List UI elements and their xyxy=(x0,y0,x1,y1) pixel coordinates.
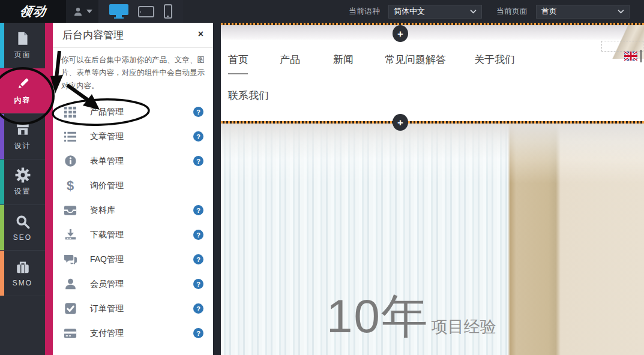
nav-link-home[interactable]: 首页 xyxy=(228,53,248,67)
chat-icon xyxy=(64,254,77,266)
help-icon[interactable]: ? xyxy=(193,230,203,240)
help-icon[interactable]: ? xyxy=(193,328,203,338)
banner-headline: 10年 xyxy=(327,293,429,339)
chevron-down-icon xyxy=(618,10,624,14)
phone-preview-button[interactable] xyxy=(164,4,172,19)
banner-subline: 项目经验 xyxy=(432,316,496,338)
help-icon[interactable]: ? xyxy=(193,131,203,142)
help-icon[interactable]: ? xyxy=(193,156,203,166)
chevron-down-icon xyxy=(86,10,92,13)
edge-accent xyxy=(0,251,4,296)
language-select[interactable]: 简体中文 xyxy=(388,5,482,19)
topbar: 领动 当前语种 简体中文 当前页面 xyxy=(0,0,644,23)
dollar-icon: $ xyxy=(62,179,78,193)
language-separator xyxy=(640,50,642,62)
store-icon xyxy=(15,122,31,137)
edge-accent xyxy=(0,160,4,204)
panel-preview-divider xyxy=(213,23,221,355)
member-icon xyxy=(64,278,77,290)
help-icon[interactable]: ? xyxy=(193,303,203,314)
page-label: 当前页面 xyxy=(496,6,528,17)
sidebar-item-pages[interactable]: 页面 xyxy=(0,23,45,68)
chevron-down-icon xyxy=(470,10,477,14)
nav-link-products[interactable]: 产品 xyxy=(280,53,300,67)
briefcase-icon xyxy=(15,260,31,275)
nav-link-news[interactable]: 新闻 xyxy=(333,53,354,67)
hero-banner-image[interactable]: 10年 项目经验 xyxy=(221,124,644,355)
sidebar: 页面 内容 设计 xyxy=(0,23,45,355)
sidebar-item-design[interactable]: 设计 xyxy=(0,114,45,160)
active-nav-underline xyxy=(228,73,248,74)
preview-top-image xyxy=(221,25,644,40)
editor-window: 领动 当前语种 简体中文 当前页面 xyxy=(0,0,644,355)
active-section-accent-bar xyxy=(45,23,53,355)
content-management-panel: 后台内容管理 × 你可以在后台集中添加你的产品、文章、图片、表单等内容，对应的组… xyxy=(53,23,213,355)
site-preview: + 首页 产品 新闻 常见问题解答 关于我们 联系我们 + 10年 项目经验 xyxy=(221,23,644,355)
page-select[interactable]: 首页 xyxy=(536,5,630,19)
language-label: 当前语种 xyxy=(349,6,380,17)
search-icon xyxy=(15,214,31,230)
nav-link-about[interactable]: 关于我们 xyxy=(474,53,515,67)
device-preview-switcher xyxy=(98,0,183,23)
edge-accent xyxy=(0,205,4,250)
panel-item-faq[interactable]: FAQ管理 ? xyxy=(53,247,213,272)
logo-text: 领动 xyxy=(18,3,48,20)
pencil-icon xyxy=(15,76,31,92)
desktop-preview-button[interactable] xyxy=(109,4,128,19)
nav-link-faq[interactable]: 常见问题解答 xyxy=(385,53,446,67)
panel-item-inquiry[interactable]: $ 询价管理 xyxy=(53,173,213,198)
sidebar-item-content[interactable]: 内容 xyxy=(0,68,45,114)
panel-item-article[interactable]: 文章管理 ? xyxy=(53,124,213,149)
nav-link-contact[interactable]: 联系我们 xyxy=(228,89,269,103)
panel-item-payment[interactable]: 支付管理 ? xyxy=(53,321,213,345)
panel-item-order[interactable]: 订单管理 ? xyxy=(53,296,213,321)
panel-item-member[interactable]: 会员管理 ? xyxy=(53,272,213,296)
close-icon[interactable]: × xyxy=(198,29,203,39)
tablet-preview-button[interactable] xyxy=(138,6,154,17)
list-icon xyxy=(64,131,77,143)
grid-icon xyxy=(64,106,77,118)
gear-icon xyxy=(15,167,31,183)
panel-menu: 产品管理 ? 文章管理 ? 表单管理 ? xyxy=(53,100,213,345)
user-icon xyxy=(73,6,83,17)
help-icon[interactable]: ? xyxy=(193,254,203,264)
panel-header: 后台内容管理 × xyxy=(53,23,213,48)
check-icon xyxy=(64,302,77,315)
inbox-icon xyxy=(64,204,77,216)
banner-text: 10年 项目经验 xyxy=(327,293,496,339)
add-section-button[interactable]: + xyxy=(393,25,408,42)
info-icon xyxy=(64,155,77,167)
help-icon[interactable]: ? xyxy=(193,279,203,289)
page-icon xyxy=(15,31,31,46)
sidebar-item-settings[interactable]: 设置 xyxy=(0,160,45,205)
sidebar-item-seo[interactable]: SEO xyxy=(0,205,45,251)
card-icon xyxy=(64,328,77,339)
add-section-button[interactable]: + xyxy=(393,114,408,131)
user-menu-button[interactable] xyxy=(66,0,98,23)
panel-description: 你可以在后台集中添加你的产品、文章、图片、表单等内容，对应的组件中会自动显示对应… xyxy=(61,54,205,92)
topbar-right: 当前语种 简体中文 当前页面 首页 xyxy=(349,0,644,23)
sidebar-item-smo[interactable]: SMO xyxy=(0,251,45,296)
edge-accent xyxy=(0,114,4,159)
panel-title: 后台内容管理 xyxy=(62,28,124,42)
empty-widget-placeholder[interactable] xyxy=(601,41,643,52)
panel-item-download[interactable]: 下载管理 ? xyxy=(53,222,213,247)
panel-item-product[interactable]: 产品管理 ? xyxy=(53,100,213,124)
uk-flag-icon[interactable] xyxy=(624,52,637,61)
app-logo[interactable]: 领动 xyxy=(0,0,66,23)
language-value: 简体中文 xyxy=(394,6,470,17)
panel-item-form[interactable]: 表单管理 ? xyxy=(53,149,213,173)
download-icon xyxy=(64,228,77,241)
edge-accent xyxy=(0,23,4,68)
help-icon[interactable]: ? xyxy=(193,107,203,117)
panel-item-library[interactable]: 资料库 ? xyxy=(53,198,213,222)
page-value: 首页 xyxy=(541,6,618,17)
help-icon[interactable]: ? xyxy=(193,205,203,215)
